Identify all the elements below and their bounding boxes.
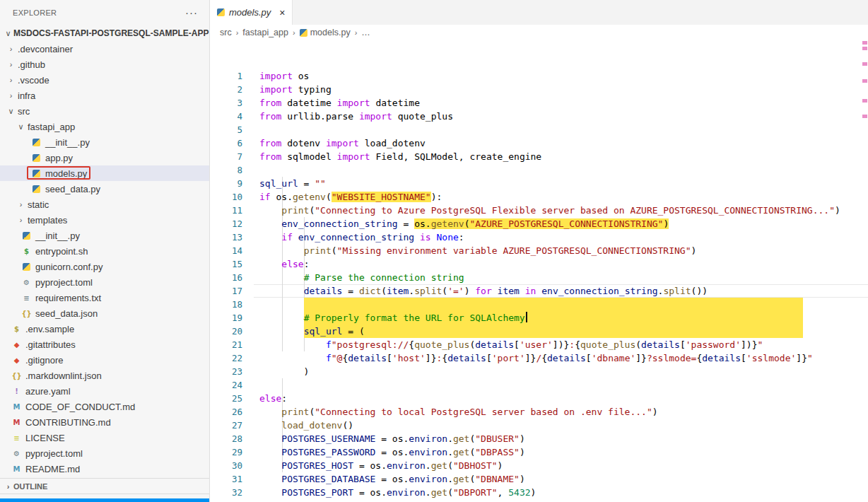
code-line-31[interactable]: 31 POSTGRES_DATABASE = os.environ.get("D…: [210, 472, 868, 486]
tree-item--markdownlint-json[interactable]: {}.markdownlint.json: [0, 368, 209, 383]
code-line-21[interactable]: 21 f"postgresql://{quote_plus(details['u…: [210, 338, 868, 351]
breadcrumb-separator: ›: [236, 28, 239, 37]
code-line-32[interactable]: 32 POSTGRES_PORT = os.environ.get("DBPOR…: [210, 486, 868, 499]
tree-item-seed-data-py[interactable]: seed_data.py: [0, 181, 209, 197]
line-number: 14: [210, 244, 242, 257]
tree-item-entrypoint-sh[interactable]: $entrypoint.sh: [0, 243, 209, 259]
line-number: 12: [210, 217, 242, 230]
tree-item-label: src: [18, 106, 30, 117]
tree-item-models-py[interactable]: models.py: [0, 165, 209, 181]
tree-item-label: pyproject.toml: [25, 448, 83, 459]
code-line-18[interactable]: 18: [210, 298, 868, 311]
code-line-29[interactable]: 29 POSTGRES_PASSWORD = os.environ.get("D…: [210, 445, 868, 459]
code-line-30[interactable]: 30 POSTGRES_HOST = os.environ.get("DBHOS…: [210, 459, 868, 472]
tree-item-src[interactable]: ∨src: [0, 103, 209, 119]
code-line-11[interactable]: 11 print("Connecting to Azure PostgreSQL…: [210, 204, 868, 217]
tree-item-code-of-conduct-md[interactable]: MCODE_OF_CONDUCT.md: [0, 399, 209, 414]
tree-item-license[interactable]: ≡LICENSE: [0, 430, 209, 445]
code-line-14[interactable]: 14 print("Missing environment variable A…: [210, 244, 868, 257]
tree-item--vscode[interactable]: ›.vscode: [0, 72, 209, 88]
code-line-6[interactable]: 6from dotenv import load_dotenv: [210, 136, 868, 150]
tree-item--gitattributes[interactable]: ◆.gitattributes: [0, 337, 209, 352]
breadcrumb-item--[interactable]: …: [361, 28, 370, 37]
git-icon: ◆: [11, 339, 22, 350]
code-line-15[interactable]: 15 else:: [210, 257, 868, 271]
python-icon: [21, 230, 32, 241]
tree-item-static[interactable]: ›static: [0, 197, 209, 212]
tree-item-templates[interactable]: ›templates: [0, 212, 209, 228]
tree-item-contributing-md[interactable]: MCONTRIBUTING.md: [0, 414, 209, 430]
code-line-1[interactable]: 1import os: [210, 69, 868, 83]
tree-item-requirements-txt[interactable]: ≡requirements.txt: [0, 290, 209, 305]
line-number: 32: [210, 486, 242, 499]
line-number: 19: [210, 311, 242, 325]
tab-models-py[interactable]: models.py ×: [210, 0, 293, 25]
json-icon: {}: [11, 370, 22, 381]
code-line-23[interactable]: 23 ): [210, 365, 868, 378]
close-icon[interactable]: ×: [279, 7, 285, 18]
line-number: 26: [210, 405, 242, 419]
code-line-8[interactable]: 8: [210, 163, 868, 177]
line-number: 24: [210, 378, 242, 392]
tree-item-pyproject-toml[interactable]: ⚙pyproject.toml: [0, 445, 209, 461]
code-line-10[interactable]: 10if os.getenv("WEBSITE_HOSTNAME"):: [210, 190, 868, 204]
more-actions-icon[interactable]: ···: [185, 9, 198, 16]
line-number: 21: [210, 338, 242, 351]
tree-root-folder[interactable]: ∨ MSDOCS-FASTAPI-POSTGRESQL-SAMPLE-APP […: [0, 25, 209, 41]
breadcrumb-item-models-py[interactable]: models.py: [300, 28, 351, 37]
code-line-16[interactable]: 16 # Parse the connection string: [210, 271, 868, 284]
code-line-19[interactable]: 19 # Properly format the URL for SQLAlch…: [210, 311, 868, 325]
outline-label: OUTLINE: [13, 482, 47, 491]
line-number: 23: [210, 365, 242, 378]
code-editor[interactable]: 1import os2import typing3from datetime i…: [210, 41, 868, 502]
text-cursor: [526, 312, 527, 322]
tree-item-gunicorn-conf-py[interactable]: gunicorn.conf.py: [0, 259, 209, 274]
tree-item-azure-yaml[interactable]: !azure.yaml: [0, 383, 209, 399]
line-number: 5: [210, 123, 242, 136]
code-line-22[interactable]: 22 f"@{details['host']}:{details['port']…: [210, 351, 868, 365]
code-line-13[interactable]: 13 if env_connection_string is None:: [210, 230, 868, 244]
tree-item-pyproject-toml[interactable]: ⚙pyproject.toml: [0, 274, 209, 290]
line-number: 22: [210, 351, 242, 365]
outline-section-header[interactable]: › OUTLINE: [0, 478, 209, 494]
line-number: 17: [210, 284, 242, 298]
code-line-24[interactable]: 24: [210, 378, 868, 392]
code-line-20[interactable]: 20 sql_url = (: [210, 325, 868, 338]
tree-item-label: __init__.py: [45, 137, 90, 148]
tree-item-app-py[interactable]: app.py: [0, 150, 209, 165]
markdown-red-icon: M: [11, 417, 22, 428]
breadcrumb-item-src[interactable]: src: [220, 28, 232, 37]
breadcrumb-separator: ›: [355, 28, 358, 37]
code-line-5[interactable]: 5: [210, 123, 868, 136]
code-line-9[interactable]: 9sql_url = "": [210, 177, 868, 190]
tree-item--github[interactable]: ›.github: [0, 57, 209, 72]
code-line-27[interactable]: 27 load_dotenv(): [210, 419, 868, 432]
tree-item-seed-data-json[interactable]: {}seed_data.json: [0, 305, 209, 321]
tree-item-label: seed_data.json: [35, 308, 98, 319]
code-line-3[interactable]: 3from datetime import datetime: [210, 96, 868, 110]
line-number: 28: [210, 432, 242, 445]
code-line-33[interactable]: 33: [210, 499, 868, 502]
code-line-2[interactable]: 2import typing: [210, 83, 868, 96]
tree-item-readme-md[interactable]: MREADME.md: [0, 461, 209, 477]
code-line-25[interactable]: 25else:: [210, 392, 868, 405]
overview-ruler-mark: [862, 99, 867, 103]
tree-item-infra[interactable]: ›infra: [0, 88, 209, 103]
tree-item--gitignore[interactable]: ◆.gitignore: [0, 352, 209, 368]
code-line-12[interactable]: 12 env_connection_string = os.getenv("AZ…: [210, 217, 868, 230]
tree-item--devcontainer[interactable]: ›.devcontainer: [0, 41, 209, 57]
code-line-26[interactable]: 26 print("Connecting to local PostgreSQL…: [210, 405, 868, 419]
tree-item--env-sample[interactable]: $.env.sample: [0, 321, 209, 337]
code-line-17[interactable]: 17 details = dict(item.split('=') for it…: [210, 284, 868, 298]
tree-item--init-py[interactable]: __init__.py: [0, 228, 209, 243]
code-line-4[interactable]: 4from urllib.parse import quote_plus: [210, 110, 868, 123]
chevron-right-icon: ›: [16, 200, 26, 209]
chevron-down-icon: ∨: [3, 29, 13, 38]
code-line-28[interactable]: 28 POSTGRES_USERNAME = os.environ.get("D…: [210, 432, 868, 445]
tree-item-fastapi-app[interactable]: ∨fastapi_app: [0, 119, 209, 134]
shell-icon: $: [21, 246, 32, 257]
breadcrumb-item-fastapi-app[interactable]: fastapi_app: [242, 28, 288, 37]
code-line-7[interactable]: 7from sqlmodel import Field, SQLModel, c…: [210, 150, 868, 163]
tree-item-label: templates: [28, 215, 67, 226]
tree-item--init-py[interactable]: __init__.py: [0, 134, 209, 150]
